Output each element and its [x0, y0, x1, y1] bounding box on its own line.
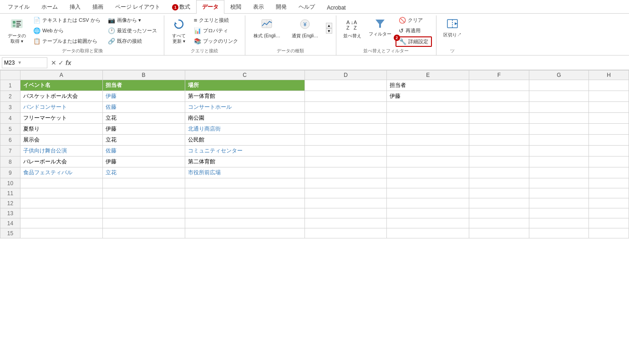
- cell-e4[interactable]: [387, 113, 469, 124]
- cell-b2[interactable]: 伊藤: [102, 91, 185, 102]
- cell-c15[interactable]: [185, 228, 304, 238]
- cell-b11[interactable]: [102, 188, 185, 198]
- cell-a12[interactable]: [20, 198, 102, 208]
- ribbon-tab-Acrobat[interactable]: Acrobat: [321, 1, 351, 14]
- cell-a9[interactable]: 食品フェスティバル: [20, 167, 102, 178]
- cell-h14[interactable]: [589, 218, 629, 228]
- cell-h10[interactable]: [589, 178, 629, 188]
- cell-c4[interactable]: 南公園: [185, 113, 304, 124]
- cell-e13[interactable]: [387, 208, 469, 218]
- cell-b8[interactable]: 伊藤: [102, 157, 185, 167]
- ribbon-tab-開発[interactable]: 開発: [270, 0, 293, 14]
- ribbon-tab-描画[interactable]: 描画: [86, 0, 109, 14]
- ribbon-tab-ヘルプ[interactable]: ヘルプ: [293, 0, 321, 14]
- cell-g12[interactable]: [529, 198, 589, 208]
- cell-h6[interactable]: [589, 135, 629, 146]
- cell-d2[interactable]: [304, 91, 387, 102]
- cell-g7[interactable]: [529, 146, 589, 157]
- cell-h9[interactable]: [589, 167, 629, 178]
- cell-b5[interactable]: 伊藤: [102, 124, 185, 135]
- cell-d11[interactable]: [304, 188, 387, 198]
- cell-a3[interactable]: バンドコンサート: [20, 102, 102, 113]
- cell-f15[interactable]: [469, 228, 529, 238]
- col-header-e[interactable]: E: [387, 71, 469, 80]
- cell-e12[interactable]: [387, 198, 469, 208]
- cell-h3[interactable]: [589, 102, 629, 113]
- cell-h15[interactable]: [589, 228, 629, 238]
- cell-f11[interactable]: [469, 188, 529, 198]
- split-button[interactable]: 区切り↗: [440, 15, 465, 40]
- cell-d5[interactable]: [304, 124, 387, 135]
- cell-e14[interactable]: [387, 218, 469, 228]
- cell-c10[interactable]: [185, 178, 304, 188]
- cell-h12[interactable]: [589, 198, 629, 208]
- cell-h2[interactable]: [589, 91, 629, 102]
- queries-connections-button[interactable]: ≡ クエリと接続: [191, 15, 241, 25]
- col-header-g[interactable]: G: [529, 71, 589, 80]
- cell-a11[interactable]: [20, 188, 102, 198]
- cell-f10[interactable]: [469, 178, 529, 188]
- cell-h1[interactable]: [589, 80, 629, 91]
- cell-a5[interactable]: 夏祭り: [20, 124, 102, 135]
- cell-c14[interactable]: [185, 218, 304, 228]
- col-header-f[interactable]: F: [469, 71, 529, 80]
- cell-d13[interactable]: [304, 208, 387, 218]
- cell-f4[interactable]: [469, 113, 529, 124]
- cell-d7[interactable]: [304, 146, 387, 157]
- book-links-button[interactable]: 📚 ブックのリンク: [191, 36, 241, 46]
- sort-button[interactable]: A Z ↓ A Z 並べ替え: [340, 15, 365, 41]
- col-header-d[interactable]: D: [304, 71, 387, 80]
- spreadsheet[interactable]: A B C D E F G H 1イベント名担当者場所担当者2バスケットボール大…: [0, 70, 629, 343]
- filter-button[interactable]: フィルター: [365, 15, 395, 39]
- cell-h7[interactable]: [589, 146, 629, 157]
- cell-e9[interactable]: [387, 167, 469, 178]
- ribbon-tab-数式[interactable]: 1数式: [166, 0, 196, 14]
- cell-g4[interactable]: [529, 113, 589, 124]
- cell-e10[interactable]: [387, 178, 469, 188]
- cell-f7[interactable]: [469, 146, 529, 157]
- cell-f1[interactable]: [469, 80, 529, 91]
- cell-h4[interactable]: [589, 113, 629, 124]
- cell-c9[interactable]: 市役所前広場: [185, 167, 304, 178]
- ribbon-tab-ページ レイアウト[interactable]: ページ レイアウト: [109, 0, 166, 14]
- cell-g11[interactable]: [529, 188, 589, 198]
- ribbon-tab-ファイル[interactable]: ファイル: [2, 0, 36, 14]
- cell-b6[interactable]: 立花: [102, 135, 185, 146]
- cell-g15[interactable]: [529, 228, 589, 238]
- cell-d6[interactable]: [304, 135, 387, 146]
- col-header-h[interactable]: H: [589, 71, 629, 80]
- cell-c3[interactable]: コンサートホール: [185, 102, 304, 113]
- cell-g14[interactable]: [529, 218, 589, 228]
- cell-c8[interactable]: 第二体育館: [185, 157, 304, 167]
- cell-c7[interactable]: コミュニティセンター: [185, 146, 304, 157]
- cell-d14[interactable]: [304, 218, 387, 228]
- cell-g3[interactable]: [529, 102, 589, 113]
- cell-f2[interactable]: [469, 91, 529, 102]
- cell-c5[interactable]: 北通り商店街: [185, 124, 304, 135]
- cell-b1[interactable]: 担当者: [102, 80, 185, 91]
- cell-g13[interactable]: [529, 208, 589, 218]
- cell-c6[interactable]: 公民館: [185, 135, 304, 146]
- ribbon-tab-表示[interactable]: 表示: [247, 0, 270, 14]
- cell-a10[interactable]: [20, 178, 102, 188]
- from-text-csv-button[interactable]: 📄 テキストまたは CSV から: [30, 15, 104, 25]
- cell-b4[interactable]: 立花: [102, 113, 185, 124]
- cell-g8[interactable]: [529, 157, 589, 167]
- cell-a2[interactable]: バスケットボール大会: [20, 91, 102, 102]
- confirm-formula-icon[interactable]: ✓: [58, 59, 64, 66]
- ribbon-tab-データ[interactable]: データ: [196, 0, 224, 14]
- cell-f12[interactable]: [469, 198, 529, 208]
- cell-d9[interactable]: [304, 167, 387, 178]
- cell-b7[interactable]: 佐藤: [102, 146, 185, 157]
- cell-e2[interactable]: 伊藤: [387, 91, 469, 102]
- cell-d3[interactable]: [304, 102, 387, 113]
- cell-b10[interactable]: [102, 178, 185, 188]
- cell-c1[interactable]: 場所: [185, 80, 304, 91]
- cell-b14[interactable]: [102, 218, 185, 228]
- cell-c11[interactable]: [185, 188, 304, 198]
- cell-f9[interactable]: [469, 167, 529, 178]
- cell-c13[interactable]: [185, 208, 304, 218]
- cell-f13[interactable]: [469, 208, 529, 218]
- cell-b12[interactable]: [102, 198, 185, 208]
- cell-reference-box[interactable]: M23 ▼: [2, 57, 47, 68]
